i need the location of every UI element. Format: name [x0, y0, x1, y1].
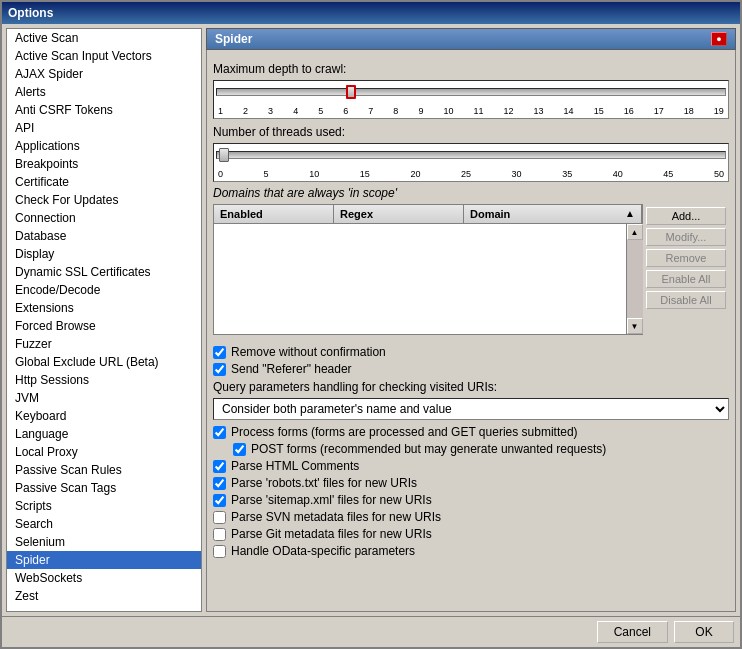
depth-slider-track[interactable]	[216, 88, 726, 106]
close-icon: ●	[716, 34, 721, 44]
checkbox-parse-html-comments[interactable]	[213, 460, 226, 473]
table-body-container: ▲ ▼	[214, 224, 642, 334]
sidebar-item-alerts[interactable]: Alerts	[7, 83, 201, 101]
checkboxes2-container: Process forms (forms are processed and G…	[213, 425, 729, 558]
checkbox-label-post-forms: POST forms (recommended but may generate…	[251, 442, 606, 456]
checkbox-handle-odata[interactable]	[213, 545, 226, 558]
checkbox-post-forms[interactable]	[233, 443, 246, 456]
sidebar-item-websockets[interactable]: WebSockets	[7, 569, 201, 587]
checkbox-parse-sitemap[interactable]	[213, 494, 226, 507]
table-action-buttons: Add... Modify... Remove Enable All Disab…	[643, 204, 729, 339]
sidebar-item-ajax-spider[interactable]: AJAX Spider	[7, 65, 201, 83]
query-params-dropdown-row: Consider both parameter's name and value…	[213, 398, 729, 420]
sidebar-item-fuzzer[interactable]: Fuzzer	[7, 335, 201, 353]
sidebar-item-search[interactable]: Search	[7, 515, 201, 533]
domains-table: Enabled Regex Domain ▲ ▲ ▼	[213, 204, 643, 335]
query-params-dropdown[interactable]: Consider both parameter's name and value…	[213, 398, 729, 420]
sidebar-item-keyboard[interactable]: Keyboard	[7, 407, 201, 425]
checkbox-label-parse-svn: Parse SVN metadata files for new URIs	[231, 510, 441, 524]
sidebar-item-certificate[interactable]: Certificate	[7, 173, 201, 191]
sidebar-item-breakpoints[interactable]: Breakpoints	[7, 155, 201, 173]
domains-section: Enabled Regex Domain ▲ ▲ ▼	[213, 204, 729, 339]
checkboxes-container: Remove without confirmationSend "Referer…	[213, 345, 729, 376]
col-regex: Regex	[334, 205, 464, 223]
sidebar-item-check-for-updates[interactable]: Check For Updates	[7, 191, 201, 209]
bottom-bar: Cancel OK	[2, 616, 740, 647]
sidebar-item-local-proxy[interactable]: Local Proxy	[7, 443, 201, 461]
domains-label: Domains that are always 'in scope'	[213, 186, 729, 200]
checkbox-row-parse-html-comments: Parse HTML Comments	[213, 459, 729, 473]
table-scrollbar[interactable]: ▲ ▼	[626, 224, 642, 334]
sidebar-item-zest[interactable]: Zest	[7, 587, 201, 605]
checkbox-row-parse-robots: Parse 'robots.txt' files for new URIs	[213, 476, 729, 490]
sidebar-item-connection[interactable]: Connection	[7, 209, 201, 227]
depth-track	[216, 88, 726, 96]
modify-button[interactable]: Modify...	[646, 228, 726, 246]
panel-title: Spider	[215, 32, 252, 46]
table-body[interactable]	[214, 224, 626, 334]
depth-tick-labels: 12345678910111213141516171819	[216, 106, 726, 116]
ok-button[interactable]: OK	[674, 621, 734, 643]
scroll-up-button[interactable]: ▲	[627, 224, 643, 240]
enable-all-button[interactable]: Enable All	[646, 270, 726, 288]
panel-titlebar: Spider ●	[206, 28, 736, 50]
checkbox-label-parse-sitemap: Parse 'sitemap.xml' files for new URIs	[231, 493, 432, 507]
checkbox-row-send-referer: Send "Referer" header	[213, 362, 729, 376]
sidebar-item-http-sessions[interactable]: Http Sessions	[7, 371, 201, 389]
scroll-track	[627, 240, 643, 318]
checkbox-parse-git[interactable]	[213, 528, 226, 541]
max-depth-label: Maximum depth to crawl:	[213, 62, 729, 76]
threads-thumb[interactable]	[219, 148, 229, 162]
checkbox-send-referer[interactable]	[213, 363, 226, 376]
checkbox-parse-svn[interactable]	[213, 511, 226, 524]
options-dialog: Options Active ScanActive Scan Input Vec…	[0, 0, 742, 649]
sidebar-item-global-exclude-url[interactable]: Global Exclude URL (Beta)	[7, 353, 201, 371]
sidebar-item-database[interactable]: Database	[7, 227, 201, 245]
checkbox-label-parse-html-comments: Parse HTML Comments	[231, 459, 359, 473]
sidebar-item-extensions[interactable]: Extensions	[7, 299, 201, 317]
dialog-title: Options	[8, 6, 53, 20]
depth-slider-container[interactable]: 12345678910111213141516171819	[213, 80, 729, 119]
sidebar-item-applications[interactable]: Applications	[7, 137, 201, 155]
sidebar-item-display[interactable]: Display	[7, 245, 201, 263]
checkbox-remove-confirm[interactable]	[213, 346, 226, 359]
sidebar-item-passive-scan-tags[interactable]: Passive Scan Tags	[7, 479, 201, 497]
sidebar-item-active-scan[interactable]: Active Scan	[7, 29, 201, 47]
sidebar-item-jvm[interactable]: JVM	[7, 389, 201, 407]
sidebar-item-anti-csrf-tokens[interactable]: Anti CSRF Tokens	[7, 101, 201, 119]
threads-slider-container[interactable]: 05101520253035404550	[213, 143, 729, 182]
sidebar-item-scripts[interactable]: Scripts	[7, 497, 201, 515]
scroll-down-button[interactable]: ▼	[627, 318, 643, 334]
threads-slider-track[interactable]	[216, 151, 726, 169]
panel-close-button[interactable]: ●	[711, 32, 727, 46]
cancel-button[interactable]: Cancel	[597, 621, 668, 643]
sidebar-item-active-scan-input-vectors[interactable]: Active Scan Input Vectors	[7, 47, 201, 65]
sidebar-item-selenium[interactable]: Selenium	[7, 533, 201, 551]
sidebar-item-api[interactable]: API	[7, 119, 201, 137]
col-domain: Domain ▲	[464, 205, 642, 223]
main-panel: Spider ● Maximum depth to crawl: 1234567…	[206, 28, 736, 612]
sidebar-item-dynamic-ssl-certificates[interactable]: Dynamic SSL Certificates	[7, 263, 201, 281]
col-enabled: Enabled	[214, 205, 334, 223]
disable-all-button[interactable]: Disable All	[646, 291, 726, 309]
sort-icon[interactable]: ▲	[625, 208, 635, 219]
threads-tick-labels: 05101520253035404550	[216, 169, 726, 179]
num-threads-label: Number of threads used:	[213, 125, 729, 139]
depth-thumb[interactable]	[346, 85, 356, 99]
sidebar-item-language[interactable]: Language	[7, 425, 201, 443]
checkbox-row-parse-sitemap: Parse 'sitemap.xml' files for new URIs	[213, 493, 729, 507]
sidebar-list: Active ScanActive Scan Input VectorsAJAX…	[7, 29, 201, 605]
sidebar-item-encode-decode[interactable]: Encode/Decode	[7, 281, 201, 299]
sidebar-item-forced-browse[interactable]: Forced Browse	[7, 317, 201, 335]
checkbox-parse-robots[interactable]	[213, 477, 226, 490]
threads-track	[216, 151, 726, 159]
remove-button[interactable]: Remove	[646, 249, 726, 267]
add-button[interactable]: Add...	[646, 207, 726, 225]
dialog-body: Active ScanActive Scan Input VectorsAJAX…	[2, 24, 740, 616]
checkbox-row-parse-svn: Parse SVN metadata files for new URIs	[213, 510, 729, 524]
sidebar: Active ScanActive Scan Input VectorsAJAX…	[6, 28, 202, 612]
sidebar-item-passive-scan-rules[interactable]: Passive Scan Rules	[7, 461, 201, 479]
checkbox-row-parse-git: Parse Git metadata files for new URIs	[213, 527, 729, 541]
sidebar-item-spider[interactable]: Spider	[7, 551, 201, 569]
checkbox-process-forms[interactable]	[213, 426, 226, 439]
